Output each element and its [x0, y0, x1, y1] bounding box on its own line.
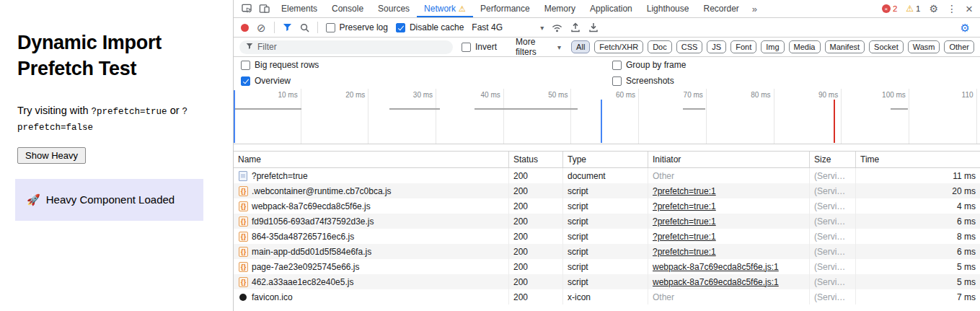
column-header-type[interactable]: Type: [563, 152, 648, 167]
request-row[interactable]: 864-35da487265716ec6.js 200 script ?pref…: [234, 229, 980, 244]
column-header-size[interactable]: Size: [810, 152, 856, 167]
column-header-time[interactable]: Time: [856, 152, 980, 167]
network-settings-gear-icon[interactable]: ⚙: [961, 22, 970, 33]
checkbox-unchecked: [462, 43, 471, 52]
network-overview-timeline[interactable]: 10 ms 20 ms 30 ms 40 ms 50 ms 60 ms 70 m…: [234, 89, 980, 144]
disable-cache-label: Disable cache: [410, 22, 464, 32]
record-network-log-button[interactable]: [241, 24, 249, 32]
tab-performance[interactable]: Performance: [473, 0, 537, 17]
request-row[interactable]: main-app-dd5d01d5f584e6fa.js 200 script …: [234, 244, 980, 259]
initiator-link[interactable]: ?prefetch=true:1: [653, 232, 716, 242]
request-row[interactable]: .webcontainer@runtime.cb7c0bca.js 200 sc…: [234, 183, 980, 198]
initiator-link[interactable]: webpack-8a7c69ecda8c5f6e.js:1: [653, 262, 779, 272]
request-type: document: [563, 168, 648, 183]
show-heavy-button[interactable]: Show Heavy: [17, 147, 86, 164]
more-options-kebab-icon[interactable]: ⋮: [947, 4, 957, 14]
more-filters-button[interactable]: More filters▾: [516, 37, 561, 57]
demo-page: Dynamic Import Prefetch Test Try visitin…: [0, 0, 233, 311]
tab-label: Performance: [480, 4, 530, 14]
rocket-icon: 🚀: [27, 193, 40, 206]
initiator-link[interactable]: webpack-8a7c69ecda8c5f6e.js:1: [653, 277, 779, 287]
throttling-value: Fast 4G: [472, 22, 503, 32]
column-header-initiator[interactable]: Initiator: [648, 152, 810, 167]
tab-elements[interactable]: Elements: [274, 0, 325, 17]
tab-label: Sources: [378, 4, 410, 14]
initiator-link[interactable]: ?prefetch=true:1: [653, 201, 716, 211]
tab-sources[interactable]: Sources: [371, 0, 417, 17]
group-by-frame-checkbox[interactable]: Group by frame: [612, 60, 686, 70]
overview-activity-bar: [891, 108, 908, 110]
filter-chip-all[interactable]: All: [571, 40, 590, 53]
page-description: Try visiting with ?prefetch=true or ?pre…: [17, 103, 213, 135]
screenshots-checkbox[interactable]: Screenshots: [612, 76, 674, 86]
request-row[interactable]: favicon.ico 200 x-icon Other (Servi… 7 m…: [234, 289, 980, 305]
script-file-icon: [238, 201, 248, 211]
settings-gear-icon[interactable]: ⚙: [930, 4, 939, 14]
device-toolbar-icon[interactable]: [255, 0, 273, 17]
more-tabs-icon[interactable]: »: [746, 0, 763, 17]
tab-application[interactable]: Application: [583, 0, 640, 17]
tab-recorder[interactable]: Recorder: [696, 0, 746, 17]
devtools-tabbar: Elements Console Sources Network⚠ Perfor…: [234, 0, 980, 18]
filter-chip-fetch-xhr[interactable]: Fetch/XHR: [594, 40, 643, 53]
filter-input[interactable]: Filter: [239, 40, 453, 54]
import-har-icon[interactable]: [588, 22, 599, 32]
network-conditions-icon[interactable]: [552, 23, 562, 32]
filter-chip-socket[interactable]: Socket: [869, 40, 904, 53]
invert-label: Invert: [475, 42, 497, 52]
request-time: 7 ms: [856, 289, 980, 305]
warning-badge[interactable]: ⚠1: [906, 4, 920, 13]
request-time: 5 ms: [856, 259, 980, 274]
big-request-rows-checkbox[interactable]: Big request rows: [241, 60, 612, 70]
devtools-panel: Elements Console Sources Network⚠ Perfor…: [233, 0, 980, 311]
filter-chip-manifest[interactable]: Manifest: [825, 40, 865, 53]
request-initiator: Other: [653, 292, 674, 302]
filter-chip-css[interactable]: CSS: [676, 40, 703, 53]
tab-network[interactable]: Network⚠: [417, 0, 473, 17]
preserve-log-checkbox[interactable]: Preserve log: [326, 22, 388, 32]
column-header-name[interactable]: Name: [234, 152, 509, 167]
overview-checkbox[interactable]: Overview: [241, 76, 612, 86]
request-size: (Servi…: [810, 274, 856, 289]
tab-lighthouse[interactable]: Lighthouse: [640, 0, 697, 17]
filter-chip-wasm[interactable]: Wasm: [908, 40, 940, 53]
inspect-element-icon[interactable]: [238, 0, 255, 17]
filter-chip-doc[interactable]: Doc: [648, 40, 672, 53]
filter-chip-img[interactable]: Img: [761, 40, 784, 53]
timeline-start-marker: [234, 90, 235, 143]
request-name: 864-35da487265716ec6.js: [252, 232, 354, 242]
request-name: webpack-8a7c69ecda8c5f6e.js: [252, 201, 371, 211]
clear-network-log-button[interactable]: ⊘: [257, 22, 266, 33]
request-row[interactable]: fd9d1056-693ad74f37592d3e.js 200 script …: [234, 214, 980, 229]
throttling-select[interactable]: Fast 4G▾: [472, 22, 544, 32]
request-time: 20 ms: [856, 183, 980, 198]
divider: [274, 22, 275, 33]
error-badge[interactable]: 2: [882, 4, 897, 13]
script-file-icon: [238, 262, 248, 272]
filter-chip-js[interactable]: JS: [707, 40, 726, 53]
invert-checkbox[interactable]: Invert: [462, 42, 497, 52]
resource-type-chips: All Fetch/XHR Doc CSS JS Font Img Media …: [571, 40, 974, 53]
filter-chip-font[interactable]: Font: [730, 40, 756, 53]
request-row[interactable]: 462.a33aae1ec82e40e5.js 200 script webpa…: [234, 274, 980, 289]
requests-table: Name Status Type Initiator Size Time ?pr…: [234, 151, 980, 311]
disable-cache-checkbox[interactable]: Disable cache: [396, 22, 464, 32]
initiator-link[interactable]: ?prefetch=true:1: [653, 216, 716, 227]
search-icon[interactable]: [300, 23, 309, 32]
request-row[interactable]: page-7ae23e0925745e66.js 200 script webp…: [234, 259, 980, 274]
filter-toggle-icon[interactable]: [283, 23, 292, 32]
initiator-link[interactable]: ?prefetch=true:1: [653, 247, 716, 257]
checkbox-unchecked: [612, 61, 622, 70]
request-name: main-app-dd5d01d5f584e6fa.js: [252, 247, 371, 257]
dom-content-loaded-marker-line: [601, 100, 602, 143]
request-row[interactable]: ?prefetch=true 200 document Other (Servi…: [234, 168, 980, 183]
export-har-icon[interactable]: [570, 22, 581, 32]
tab-console[interactable]: Console: [325, 0, 371, 17]
filter-chip-other[interactable]: Other: [944, 40, 974, 53]
column-header-status[interactable]: Status: [509, 152, 563, 167]
initiator-link[interactable]: ?prefetch=true:1: [653, 186, 716, 196]
tab-memory[interactable]: Memory: [537, 0, 583, 17]
close-devtools-icon[interactable]: ×: [966, 3, 973, 15]
request-row[interactable]: webpack-8a7c69ecda8c5f6e.js 200 script ?…: [234, 198, 980, 214]
filter-chip-media[interactable]: Media: [789, 40, 821, 53]
